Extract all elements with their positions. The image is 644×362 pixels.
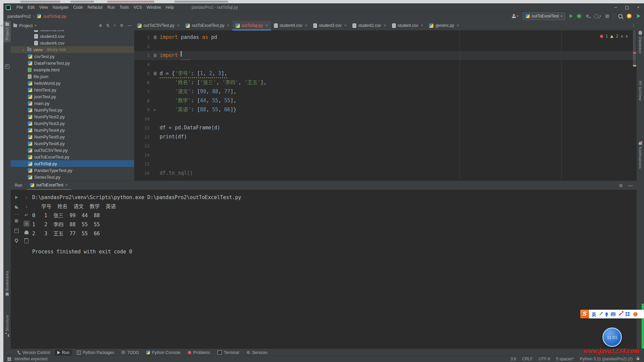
- editor-tab-generic-py[interactable]: generic.py×: [426, 21, 462, 30]
- status-item-3-8[interactable]: 3:8: [511, 357, 516, 361]
- tree-item-numpytest4-py[interactable]: NumPyTest4.py: [11, 127, 134, 133]
- maximize-button[interactable]: [621, 3, 633, 11]
- toolwindow-button-version-control[interactable]: Version Control: [15, 350, 53, 356]
- settings-gear-icon[interactable]: ⚙: [120, 23, 123, 28]
- tool-stripe-sciview[interactable]: SciView: [637, 79, 644, 103]
- tree-item-numpytest2-py[interactable]: NumPyTest2.py: [11, 113, 134, 120]
- rerun-button[interactable]: [13, 194, 19, 200]
- status-item-utf-8[interactable]: UTF-8: [539, 357, 550, 361]
- menu-item-window[interactable]: Window: [144, 3, 163, 11]
- menu-item-code[interactable]: Code: [71, 3, 85, 11]
- tree-item-main-py[interactable]: main.py: [11, 100, 134, 107]
- toolwindow-button-run[interactable]: Run: [55, 350, 72, 356]
- ime-pen-icon[interactable]: [599, 313, 602, 315]
- editor-tab-student4-csv[interactable]: student4.csv×: [271, 21, 310, 30]
- learn-plugin-icon[interactable]: [636, 14, 641, 18]
- menu-item-refactor[interactable]: Refactor: [85, 3, 105, 11]
- tree-item-example-html[interactable]: example.html: [11, 66, 134, 73]
- tree-item-numpytest6-py[interactable]: NumPyTest6.py: [11, 140, 134, 147]
- run-button[interactable]: [570, 14, 573, 18]
- soft-wrap-icon[interactable]: ↵: [23, 212, 30, 218]
- tool-stripe-notifications[interactable]: Notifications: [637, 140, 644, 171]
- close-icon[interactable]: ×: [305, 23, 307, 28]
- chevron-right-icon[interactable]: ›: [22, 48, 25, 52]
- close-icon[interactable]: ×: [227, 23, 229, 28]
- tool-stripe-structure[interactable]: Structure: [3, 313, 11, 339]
- hide-panel-icon[interactable]: —: [628, 183, 633, 188]
- tree-item-csvtest-py[interactable]: csvTest.py: [11, 53, 134, 60]
- menu-item-tools[interactable]: Tools: [117, 3, 131, 11]
- run-configuration-select[interactable]: outToExcelTest ▾: [523, 12, 565, 20]
- ime-language-toggle[interactable]: 英: [592, 311, 596, 317]
- project-panel-title[interactable]: Project: [19, 23, 33, 28]
- tree-item-student2-csv[interactable]: student2.csv: [11, 30, 134, 33]
- console-output[interactable]: D:\pandasPro2\venv\Scripts\python.exe D:…: [32, 193, 633, 348]
- search-everywhere-icon[interactable]: [618, 14, 623, 18]
- tool-stripe-database[interactable]: Database: [637, 21, 644, 56]
- hide-panel-icon[interactable]: —: [127, 23, 131, 28]
- toolwindow-button-python-packages[interactable]: Python Packages: [74, 350, 117, 356]
- tree-item-file-json[interactable]: file.json: [11, 73, 134, 80]
- down-stacktrace-icon[interactable]: ↓: [23, 203, 30, 209]
- editor-tab-student-csv[interactable]: student.csv×: [389, 21, 426, 30]
- breadcrumb-file[interactable]: outToSql.py: [43, 14, 66, 19]
- expand-all-icon[interactable]: ÷: [114, 23, 116, 28]
- close-icon[interactable]: ×: [65, 183, 68, 187]
- tree-item-seriestest-py[interactable]: SeriesTest.py: [11, 174, 134, 180]
- run-panel-title[interactable]: Run: [11, 183, 27, 188]
- tab-options-icon[interactable]: ⁞: [633, 23, 637, 28]
- sogou-logo-icon[interactable]: S: [580, 310, 589, 318]
- profiler-button[interactable]: ▾: [594, 14, 601, 18]
- tree-item-numpytest3-py[interactable]: NumPyTest3.py: [11, 120, 134, 127]
- editor-tab-outtosql-py[interactable]: outToSql.py×: [232, 21, 271, 30]
- stop-button[interactable]: [605, 14, 609, 18]
- tree-item-outtocsvtest-py[interactable]: outToCSVTest.py: [11, 147, 134, 154]
- close-icon[interactable]: ×: [177, 23, 179, 28]
- ime-partial-icon[interactable]: [633, 312, 638, 316]
- tree-item-pandastypetest-py[interactable]: PandasTypeTest.py: [11, 167, 134, 174]
- read-only-lock-icon[interactable]: [637, 358, 639, 360]
- error-stripe-mark[interactable]: [633, 52, 636, 54]
- tool-stripe-commit[interactable]: [3, 62, 11, 71]
- clear-console-icon[interactable]: [23, 238, 30, 244]
- menu-item-edit[interactable]: Edit: [25, 3, 37, 11]
- select-opened-file-icon[interactable]: ⊕: [99, 23, 102, 28]
- warning-stripe-mark[interactable]: [633, 65, 636, 66]
- toolwindow-button-terminal[interactable]: Terminal: [215, 350, 241, 356]
- toolwindow-button-problems[interactable]: Problems: [185, 350, 213, 356]
- status-item-5-spaces[interactable]: 5 spaces*: [556, 357, 574, 361]
- prev-issue-icon[interactable]: ∧: [621, 32, 623, 41]
- toolwindow-button-services[interactable]: ⚙Services: [244, 350, 270, 356]
- status-item-crlf[interactable]: CRLF: [522, 357, 533, 361]
- pin-tab-icon[interactable]: [13, 237, 19, 243]
- debug-button[interactable]: [577, 14, 581, 18]
- tree-item-dataframetest-py[interactable]: DataFrameTest.py: [11, 60, 134, 66]
- close-icon[interactable]: ×: [266, 23, 268, 28]
- ime-mic-icon[interactable]: [605, 312, 608, 316]
- promo-plugin-icon[interactable]: [627, 14, 632, 18]
- ime-grid-icon[interactable]: [626, 312, 630, 316]
- close-icon[interactable]: ×: [384, 23, 386, 28]
- menu-item-run[interactable]: Run: [105, 3, 117, 11]
- editor-tab-outtocsvtest-py[interactable]: outToCSVTest.py×: [134, 21, 182, 30]
- floating-clock-widget[interactable]: 11:01: [602, 327, 622, 347]
- coverage-button[interactable]: C: [585, 14, 590, 18]
- toolwindow-button-todo[interactable]: TODO: [119, 350, 141, 356]
- editor-tab-outtoexceltest-py[interactable]: outToExcelTest.py×: [182, 21, 232, 30]
- menu-item-help[interactable]: Help: [163, 3, 176, 11]
- chevron-down-icon[interactable]: ▾: [35, 24, 36, 27]
- ime-keyboard-icon[interactable]: [611, 312, 615, 316]
- menu-item-navigate[interactable]: Navigate: [50, 3, 71, 11]
- inspections-widget[interactable]: 1 2 ∧ ∨: [600, 32, 628, 41]
- tree-item-student3-csv[interactable]: student3.csv: [11, 33, 134, 40]
- up-stacktrace-icon[interactable]: ↑: [23, 194, 30, 200]
- tree-item-htmltest-py[interactable]: htmlTest.py: [11, 86, 134, 93]
- tree-item-venv[interactable]: ›venvlibrary root: [11, 46, 134, 53]
- toolwindow-switcher-icon[interactable]: [7, 357, 11, 361]
- editor-tab-student3-csv[interactable]: student3.csv×: [310, 21, 350, 30]
- settings-gear-icon[interactable]: ⚙: [619, 183, 623, 188]
- tool-stripe-project[interactable]: Project: [3, 21, 11, 42]
- run-settings-icon[interactable]: [13, 204, 19, 210]
- tool-stripe-bookmarks[interactable]: Bookmarks: [3, 269, 11, 298]
- stop-process-button[interactable]: [13, 218, 19, 224]
